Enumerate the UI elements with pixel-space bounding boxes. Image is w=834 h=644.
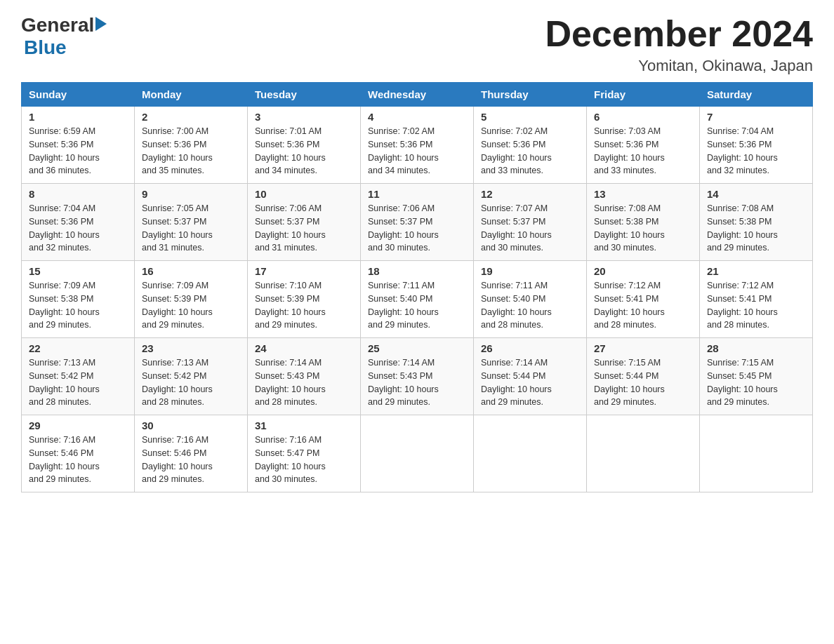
- day-info: Sunrise: 7:04 AMSunset: 5:36 PMDaylight:…: [29, 202, 127, 255]
- calendar-cell: 25Sunrise: 7:14 AMSunset: 5:43 PMDayligh…: [361, 338, 474, 415]
- day-info: Sunrise: 7:10 AMSunset: 5:39 PMDaylight:…: [255, 279, 353, 332]
- header-cell-sunday: Sunday: [22, 83, 135, 107]
- header-cell-friday: Friday: [587, 83, 700, 107]
- calendar-week-row: 8Sunrise: 7:04 AMSunset: 5:36 PMDaylight…: [22, 184, 813, 261]
- day-info: Sunrise: 7:00 AMSunset: 5:36 PMDaylight:…: [142, 125, 240, 177]
- day-number: 30: [142, 420, 240, 431]
- logo: General Blue: [21, 14, 107, 59]
- calendar-cell: 15Sunrise: 7:09 AMSunset: 5:38 PMDayligh…: [22, 261, 135, 338]
- day-number: 7: [707, 111, 805, 123]
- calendar-week-row: 22Sunrise: 7:13 AMSunset: 5:42 PMDayligh…: [22, 338, 813, 415]
- day-number: 9: [142, 188, 240, 200]
- day-number: 3: [255, 111, 353, 123]
- day-number: 26: [481, 342, 579, 354]
- calendar-week-row: 29Sunrise: 7:16 AMSunset: 5:46 PMDayligh…: [22, 415, 813, 492]
- page-header: General Blue December 2024 Yomitan, Okin…: [21, 14, 813, 75]
- calendar-table: SundayMondayTuesdayWednesdayThursdayFrid…: [21, 82, 813, 492]
- calendar-cell: 27Sunrise: 7:15 AMSunset: 5:44 PMDayligh…: [587, 338, 700, 415]
- calendar-cell: 11Sunrise: 7:06 AMSunset: 5:37 PMDayligh…: [361, 184, 474, 261]
- calendar-cell: 1Sunrise: 6:59 AMSunset: 5:36 PMDaylight…: [22, 107, 135, 184]
- calendar-cell: [361, 415, 474, 492]
- calendar-cell: 16Sunrise: 7:09 AMSunset: 5:39 PMDayligh…: [135, 261, 248, 338]
- day-number: 8: [29, 188, 127, 200]
- calendar-cell: [587, 415, 700, 492]
- day-info: Sunrise: 7:02 AMSunset: 5:36 PMDaylight:…: [368, 125, 466, 177]
- day-number: 29: [29, 420, 127, 431]
- calendar-cell: 26Sunrise: 7:14 AMSunset: 5:44 PMDayligh…: [474, 338, 587, 415]
- day-number: 12: [481, 188, 579, 200]
- calendar-cell: 18Sunrise: 7:11 AMSunset: 5:40 PMDayligh…: [361, 261, 474, 338]
- day-number: 19: [481, 265, 579, 277]
- day-info: Sunrise: 7:16 AMSunset: 5:46 PMDaylight:…: [29, 434, 127, 486]
- calendar-week-row: 1Sunrise: 6:59 AMSunset: 5:36 PMDaylight…: [22, 107, 813, 184]
- header-cell-monday: Monday: [135, 83, 248, 107]
- day-number: 21: [707, 265, 805, 277]
- calendar-week-row: 15Sunrise: 7:09 AMSunset: 5:38 PMDayligh…: [22, 261, 813, 338]
- day-number: 22: [29, 342, 127, 354]
- day-number: 14: [707, 188, 805, 200]
- day-info: Sunrise: 7:15 AMSunset: 5:44 PMDaylight:…: [594, 356, 692, 409]
- day-info: Sunrise: 7:12 AMSunset: 5:41 PMDaylight:…: [707, 279, 805, 332]
- day-info: Sunrise: 7:08 AMSunset: 5:38 PMDaylight:…: [594, 202, 692, 255]
- day-number: 28: [707, 342, 805, 354]
- day-info: Sunrise: 7:01 AMSunset: 5:36 PMDaylight:…: [255, 125, 353, 177]
- calendar-cell: 19Sunrise: 7:11 AMSunset: 5:40 PMDayligh…: [474, 261, 587, 338]
- day-number: 23: [142, 342, 240, 354]
- day-info: Sunrise: 6:59 AMSunset: 5:36 PMDaylight:…: [29, 125, 127, 177]
- calendar-cell: 7Sunrise: 7:04 AMSunset: 5:36 PMDaylight…: [700, 107, 813, 184]
- day-info: Sunrise: 7:11 AMSunset: 5:40 PMDaylight:…: [368, 279, 466, 332]
- calendar-cell: 29Sunrise: 7:16 AMSunset: 5:46 PMDayligh…: [22, 415, 135, 492]
- calendar-cell: 20Sunrise: 7:12 AMSunset: 5:41 PMDayligh…: [587, 261, 700, 338]
- calendar-cell: 28Sunrise: 7:15 AMSunset: 5:45 PMDayligh…: [700, 338, 813, 415]
- day-number: 1: [29, 111, 127, 123]
- calendar-cell: 4Sunrise: 7:02 AMSunset: 5:36 PMDaylight…: [361, 107, 474, 184]
- day-info: Sunrise: 7:09 AMSunset: 5:38 PMDaylight:…: [29, 279, 127, 332]
- day-info: Sunrise: 7:14 AMSunset: 5:43 PMDaylight:…: [368, 356, 466, 409]
- day-info: Sunrise: 7:04 AMSunset: 5:36 PMDaylight:…: [707, 125, 805, 177]
- calendar-cell: 6Sunrise: 7:03 AMSunset: 5:36 PMDaylight…: [587, 107, 700, 184]
- calendar-cell: 8Sunrise: 7:04 AMSunset: 5:36 PMDaylight…: [22, 184, 135, 261]
- calendar-cell: 22Sunrise: 7:13 AMSunset: 5:42 PMDayligh…: [22, 338, 135, 415]
- day-number: 31: [255, 420, 353, 431]
- day-info: Sunrise: 7:14 AMSunset: 5:44 PMDaylight:…: [481, 356, 579, 409]
- calendar-cell: 13Sunrise: 7:08 AMSunset: 5:38 PMDayligh…: [587, 184, 700, 261]
- header-cell-thursday: Thursday: [474, 83, 587, 107]
- page-title: December 2024: [545, 14, 813, 54]
- day-number: 16: [142, 265, 240, 277]
- calendar-cell: [474, 415, 587, 492]
- day-info: Sunrise: 7:09 AMSunset: 5:39 PMDaylight:…: [142, 279, 240, 332]
- calendar-cell: 5Sunrise: 7:02 AMSunset: 5:36 PMDaylight…: [474, 107, 587, 184]
- header-cell-wednesday: Wednesday: [361, 83, 474, 107]
- day-number: 2: [142, 111, 240, 123]
- day-number: 6: [594, 111, 692, 123]
- day-number: 27: [594, 342, 692, 354]
- title-block: December 2024 Yomitan, Okinawa, Japan: [545, 14, 813, 75]
- header-cell-saturday: Saturday: [700, 83, 813, 107]
- calendar-cell: 12Sunrise: 7:07 AMSunset: 5:37 PMDayligh…: [474, 184, 587, 261]
- day-info: Sunrise: 7:07 AMSunset: 5:37 PMDaylight:…: [481, 202, 579, 255]
- header-cell-tuesday: Tuesday: [248, 83, 361, 107]
- calendar-header: SundayMondayTuesdayWednesdayThursdayFrid…: [22, 83, 813, 107]
- day-info: Sunrise: 7:02 AMSunset: 5:36 PMDaylight:…: [481, 125, 579, 177]
- day-number: 15: [29, 265, 127, 277]
- page-subtitle: Yomitan, Okinawa, Japan: [545, 57, 813, 75]
- day-info: Sunrise: 7:06 AMSunset: 5:37 PMDaylight:…: [368, 202, 466, 255]
- day-number: 13: [594, 188, 692, 200]
- calendar-cell: 10Sunrise: 7:06 AMSunset: 5:37 PMDayligh…: [248, 184, 361, 261]
- day-number: 10: [255, 188, 353, 200]
- calendar-cell: 14Sunrise: 7:08 AMSunset: 5:38 PMDayligh…: [700, 184, 813, 261]
- day-number: 5: [481, 111, 579, 123]
- calendar-cell: 2Sunrise: 7:00 AMSunset: 5:36 PMDaylight…: [135, 107, 248, 184]
- day-info: Sunrise: 7:11 AMSunset: 5:40 PMDaylight:…: [481, 279, 579, 332]
- day-number: 17: [255, 265, 353, 277]
- header-row: SundayMondayTuesdayWednesdayThursdayFrid…: [22, 83, 813, 107]
- day-info: Sunrise: 7:13 AMSunset: 5:42 PMDaylight:…: [142, 356, 240, 409]
- day-info: Sunrise: 7:13 AMSunset: 5:42 PMDaylight:…: [29, 356, 127, 409]
- day-info: Sunrise: 7:14 AMSunset: 5:43 PMDaylight:…: [255, 356, 353, 409]
- day-number: 4: [368, 111, 466, 123]
- day-number: 25: [368, 342, 466, 354]
- day-info: Sunrise: 7:16 AMSunset: 5:46 PMDaylight:…: [142, 434, 240, 486]
- calendar-cell: 23Sunrise: 7:13 AMSunset: 5:42 PMDayligh…: [135, 338, 248, 415]
- day-info: Sunrise: 7:12 AMSunset: 5:41 PMDaylight:…: [594, 279, 692, 332]
- day-number: 11: [368, 188, 466, 200]
